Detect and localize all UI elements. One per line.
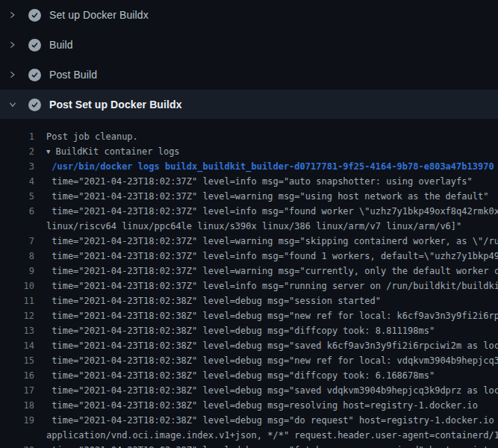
check-circle-icon [28,99,41,111]
log-row: 5 time="2021-04-23T18:02:37Z" level=warn… [0,189,498,204]
log-line-text: time="2021-04-23T18:02:38Z" level=debug … [34,338,498,353]
log-row: 18 time="2021-04-23T18:02:38Z" level=deb… [0,398,498,413]
log-row: linux/riscv64 linux/ppc64le linux/s390x … [0,219,498,234]
log-group-toggle-icon[interactable]: ▼ [46,144,50,159]
log-line-text: Post job cleanup. [34,129,138,144]
chevron-icon [7,39,18,51]
line-number[interactable]: 19 [0,413,34,428]
log-line-text: time="2021-04-23T18:02:38Z" level=debug … [34,398,478,413]
line-number[interactable]: 18 [0,398,34,413]
check-circle-icon [28,9,41,22]
chevron-down-icon [8,100,17,109]
log-row: 11 time="2021-04-23T18:02:38Z" level=deb… [0,293,498,308]
line-number[interactable]: 15 [0,353,34,368]
step-label: Post Build [49,69,97,81]
step-label: Set up Docker Buildx [49,9,149,21]
chevron-right-icon [8,40,17,49]
line-number[interactable]: 14 [0,338,34,353]
log-line-text: time="2021-04-23T18:02:37Z" level=info m… [34,279,498,293]
log-area: 1 Post job cleanup. 2 ▼BuildKit containe… [0,119,498,448]
step-header[interactable]: Set up Docker Buildx [0,0,498,30]
step-label: Post Set up Docker Buildx [49,99,182,111]
log-row: 3 /usr/bin/docker logs buildx_buildkit_b… [0,159,498,174]
log-line-text: /usr/bin/docker logs buildx_buildkit_bui… [34,159,494,174]
step-header[interactable]: Post Set up Docker Buildx [0,90,498,119]
log-row: 6 time="2021-04-23T18:02:37Z" level=info… [0,204,498,219]
chevron-right-icon [8,70,17,79]
log-row: 8 time="2021-04-23T18:02:37Z" level=info… [0,249,498,264]
line-number[interactable]: 1 [0,129,34,144]
log-line-text: time="2021-04-23T18:02:38Z" level=debug … [34,308,498,323]
line-number[interactable]: 20 [0,443,34,448]
log-line-text: time="2021-04-23T18:02:38Z" level=debug … [34,413,498,428]
log-line-text: linux/riscv64 linux/ppc64le linux/s390x … [34,219,461,234]
chevron-icon [7,99,18,111]
line-number[interactable]: 5 [0,189,34,204]
line-number[interactable]: 2 [0,144,34,159]
log-line-text: time="2021-04-23T18:02:38Z" level=debug … [34,368,435,383]
actions-log-viewer: { "colors": { "bg": "#0d1117", "header_b… [0,0,498,448]
line-number[interactable]: 4 [0,174,34,189]
line-number[interactable] [0,219,34,234]
log-line-text: time="2021-04-23T18:02:38Z" level=debug … [34,443,498,448]
line-number[interactable]: 7 [0,234,34,249]
log-line-text: time="2021-04-23T18:02:37Z" level=warnin… [34,189,488,204]
line-number[interactable] [0,428,34,443]
line-number[interactable]: 8 [0,249,34,264]
log-line-text: time="2021-04-23T18:02:37Z" level=warnin… [34,234,498,249]
log-row: 14 time="2021-04-23T18:02:38Z" level=deb… [0,338,498,353]
line-number[interactable]: 11 [0,293,34,308]
log-row: 13 time="2021-04-23T18:02:38Z" level=deb… [0,323,498,338]
log-row: 2 ▼BuildKit container logs [0,144,498,159]
log-line-text: time="2021-04-23T18:02:38Z" level=debug … [34,353,498,368]
log-row: 7 time="2021-04-23T18:02:37Z" level=warn… [0,234,498,249]
line-number[interactable]: 16 [0,368,34,383]
step-label: Build [49,39,73,51]
log-row: 10 time="2021-04-23T18:02:37Z" level=inf… [0,279,498,293]
log-row: 17 time="2021-04-23T18:02:38Z" level=deb… [0,383,498,398]
check-circle-icon [28,39,41,52]
log-row: 19 time="2021-04-23T18:02:38Z" level=deb… [0,413,498,428]
line-number[interactable]: 6 [0,204,34,219]
line-number[interactable]: 10 [0,279,34,293]
log-line-text: time="2021-04-23T18:02:38Z" level=debug … [34,293,381,308]
line-number[interactable]: 17 [0,383,34,398]
check-circle-icon [28,69,41,81]
log-row: 4 time="2021-04-23T18:02:37Z" level=info… [0,174,498,189]
line-number[interactable]: 3 [0,159,34,174]
log-line-text: time="2021-04-23T18:02:37Z" level=info m… [34,174,473,189]
log-row: 9 time="2021-04-23T18:02:37Z" level=warn… [0,264,498,279]
log-row: 12 time="2021-04-23T18:02:38Z" level=deb… [0,308,498,323]
log-line-text: time="2021-04-23T18:02:37Z" level=warnin… [34,264,498,279]
chevron-icon [7,9,18,21]
step-header[interactable]: Post Build [0,60,498,90]
line-number[interactable]: 13 [0,323,34,338]
log-line-text: time="2021-04-23T18:02:37Z" level=info m… [34,249,498,264]
steps-list: Set up Docker Buildx Build [0,0,498,119]
log-line-text: ▼BuildKit container logs [34,144,180,159]
line-number[interactable]: 9 [0,264,34,279]
log-line-text: time="2021-04-23T18:02:38Z" level=debug … [34,323,435,338]
log-row: application/vnd.oci.image.index.v1+json,… [0,428,498,443]
log-line-text: time="2021-04-23T18:02:37Z" level=info m… [34,204,498,219]
line-number[interactable]: 12 [0,308,34,323]
chevron-right-icon [8,10,17,19]
log-row: 16 time="2021-04-23T18:02:38Z" level=deb… [0,368,498,383]
log-row: 20 time="2021-04-23T18:02:38Z" level=deb… [0,443,498,448]
log-row: 1 Post job cleanup. [0,129,498,144]
log-line-text: application/vnd.oci.image.index.v1+json,… [34,428,498,443]
log-row: 15 time="2021-04-23T18:02:38Z" level=deb… [0,353,498,368]
chevron-icon [7,69,18,81]
log-line-text: time="2021-04-23T18:02:38Z" level=debug … [34,383,498,398]
step-header[interactable]: Build [0,30,498,60]
